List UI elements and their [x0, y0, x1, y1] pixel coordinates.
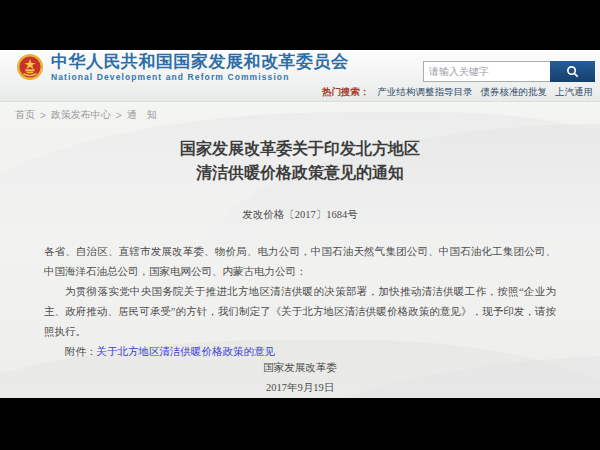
- document-body: 各省、自治区、直辖市发展改革委、物价局、电力公司，中国石油天然气集团公司、中国石…: [44, 242, 556, 362]
- document-title-line2: 清洁供暖价格政策意见的通知: [196, 164, 404, 181]
- attachment-label: 附件：: [65, 346, 97, 357]
- document-number: 发改价格〔2017〕1684号: [0, 208, 600, 222]
- letterbox-bottom: [0, 398, 600, 450]
- paragraph-addressees: 各省、自治区、直辖市发展改革委、物价局、电力公司，中国石油天然气集团公司、中国石…: [44, 242, 556, 282]
- document-article: 国家发展改革委关于印发北方地区 清洁供暖价格政策意见的通知 发改价格〔2017〕…: [0, 50, 600, 398]
- document-date: 2017年9月19日: [0, 381, 600, 395]
- webpage: 中华人民共和国国家发展和改革委员会 National Development a…: [0, 50, 600, 398]
- document-title-line1: 国家发展改革委关于印发北方地区: [180, 140, 420, 157]
- attachment-line: 附件：关于北方地区清洁供暖价格政策的意见: [44, 342, 556, 362]
- document-title: 国家发展改革委关于印发北方地区 清洁供暖价格政策意见的通知: [0, 137, 600, 185]
- document-signature: 国家发展改革委: [0, 361, 600, 375]
- letterbox-top: [0, 0, 600, 50]
- attachment-link[interactable]: 关于北方地区清洁供暖价格政策的意见: [97, 346, 276, 357]
- paragraph-main: 为贯彻落实党中央国务院关于推进北方地区清洁供暖的决策部署，加快推动清洁供暖工作，…: [44, 282, 556, 342]
